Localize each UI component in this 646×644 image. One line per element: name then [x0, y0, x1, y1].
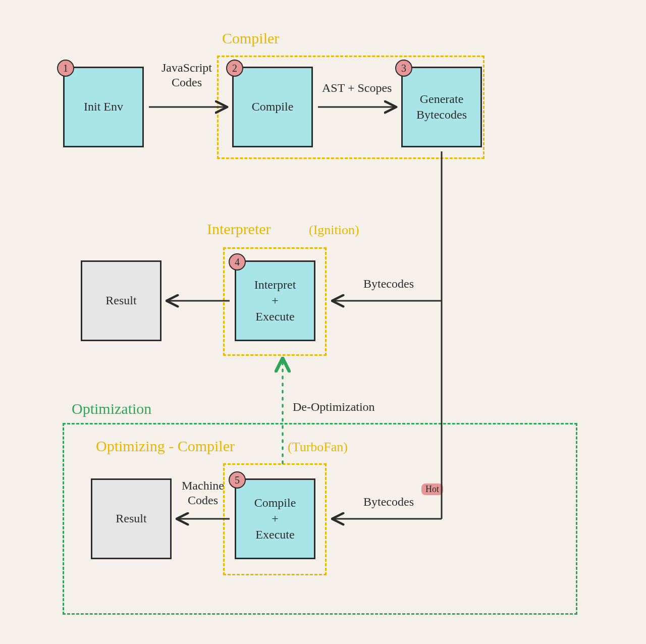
badge-2: 2 — [226, 60, 243, 77]
node-label: Interpret + Execute — [254, 277, 296, 325]
node-label: Generate Bytecodes — [416, 91, 467, 123]
badge-3: 3 — [395, 60, 412, 77]
badge-1: 1 — [57, 60, 74, 77]
node-result-top: Result — [81, 260, 162, 341]
badge-5: 5 — [229, 471, 246, 489]
edge-label-ast-scopes: AST + Scopes — [322, 81, 392, 95]
title-compiler: Compiler — [222, 29, 279, 47]
node-label: Result — [116, 511, 146, 526]
badge-hot: Hot — [421, 484, 443, 495]
badge-4: 4 — [229, 253, 246, 271]
edge-label-bytecodes-1: Bytecodes — [363, 277, 414, 291]
node-label: Result — [105, 293, 136, 308]
node-label: Init Env — [84, 99, 123, 115]
node-interpret-execute: Interpret + Execute — [235, 260, 315, 341]
node-compile: Compile — [232, 67, 313, 147]
node-compile-execute: Compile + Execute — [235, 478, 315, 559]
note-interpreter: (Ignition) — [309, 222, 359, 238]
title-interpreter: Interpreter — [207, 220, 271, 238]
diagram-canvas: Compiler Interpreter (Ignition) Optimiza… — [0, 0, 646, 644]
title-optimization: Optimization — [72, 400, 151, 418]
edge-label-machine-codes: Machine Codes — [178, 478, 228, 508]
edge-label-deopt: De-Optimization — [293, 400, 375, 414]
node-init-env: Init Env — [63, 67, 144, 147]
node-label: Compile — [252, 99, 294, 115]
node-generate-bytecodes: Generate Bytecodes — [401, 67, 482, 147]
note-optimizing-compiler: (TurboFan) — [288, 439, 348, 455]
edge-label-js-codes: JavaScript Codes — [151, 61, 222, 90]
title-optimizing-compiler: Optimizing - Compiler — [96, 437, 235, 455]
node-result-bottom: Result — [91, 478, 172, 559]
edge-label-bytecodes-2: Bytecodes — [363, 495, 414, 509]
node-label: Compile + Execute — [254, 495, 296, 543]
